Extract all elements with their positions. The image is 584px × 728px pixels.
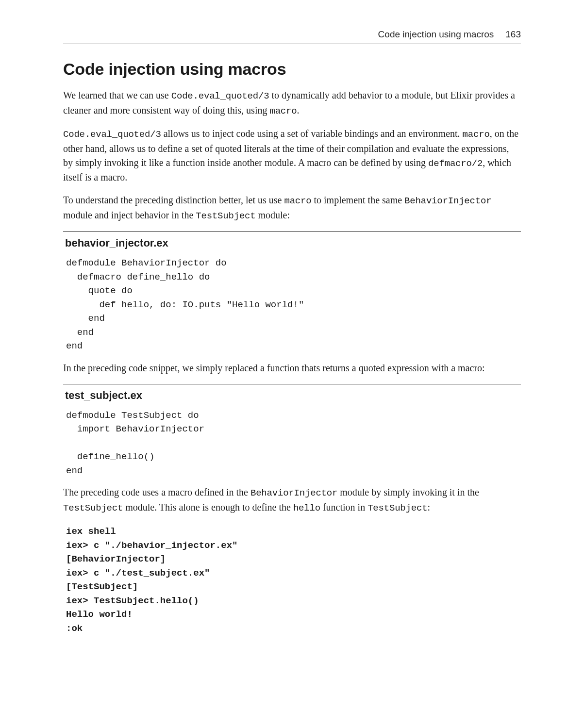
code-rule xyxy=(63,384,521,384)
running-title: Code injection using macros xyxy=(378,29,494,40)
code-inline: macro xyxy=(269,106,297,116)
code-block-3: iex shell iex> c "./behavior_injector.ex… xyxy=(63,524,521,636)
text-span: The preceding code uses a macro defined … xyxy=(63,487,250,497)
paragraph-3: To understand the preceding distinction … xyxy=(63,193,521,223)
running-header: Code injection using macros 163 xyxy=(63,29,521,40)
text-span: . xyxy=(297,105,299,116)
page: Code injection using macros 163 Code inj… xyxy=(0,0,584,682)
text-span: module by simply invoking it in the xyxy=(337,487,479,497)
code-rule xyxy=(63,232,521,232)
section-heading: Code injection using macros xyxy=(63,60,521,79)
code-block-1: defmodule BehaviorInjector do defmacro d… xyxy=(63,255,521,354)
header-rule xyxy=(63,44,521,44)
code-inline: Code.eval_quoted/3 xyxy=(171,91,269,101)
text-span: function in xyxy=(320,502,367,513)
text-span: module and inject behavior in the xyxy=(63,210,196,220)
text-span: module: xyxy=(256,210,290,220)
paragraph-2: Code.eval_quoted/3 allows us to inject c… xyxy=(63,127,521,184)
paragraph-1: We learned that we can use Code.eval_quo… xyxy=(63,88,521,118)
code-inline: TestSubject xyxy=(196,211,255,221)
paragraph-5: The preceding code uses a macro defined … xyxy=(63,485,521,515)
code-block-2: defmodule TestSubject do import Behavior… xyxy=(63,408,521,479)
code-inline: defmacro/2 xyxy=(428,158,483,169)
code-inline: macro xyxy=(284,196,311,206)
text-span: module. This alone is enough to define t… xyxy=(123,502,293,513)
code-filename: test_subject.ex xyxy=(65,389,521,402)
code-inline: Code.eval_quoted/3 xyxy=(63,129,161,140)
paragraph-4: In the preceding code snippet, we simply… xyxy=(63,361,521,375)
code-inline: BehaviorInjector xyxy=(404,196,491,206)
text-span: : xyxy=(427,502,430,513)
page-number: 163 xyxy=(505,29,521,40)
text-span: To understand the preceding distinction … xyxy=(63,195,284,205)
code-inline: hello xyxy=(293,503,320,513)
text-span: We learned that we can use xyxy=(63,90,171,100)
code-inline: BehaviorInjector xyxy=(250,488,337,498)
code-inline: TestSubject xyxy=(63,503,123,513)
code-filename: behavior_injector.ex xyxy=(65,237,521,249)
text-span: allows us to inject code using a set of … xyxy=(161,128,463,139)
text-span: to implement the same xyxy=(311,195,404,205)
code-inline: TestSubject xyxy=(367,503,427,513)
code-inline: macro xyxy=(463,129,490,140)
